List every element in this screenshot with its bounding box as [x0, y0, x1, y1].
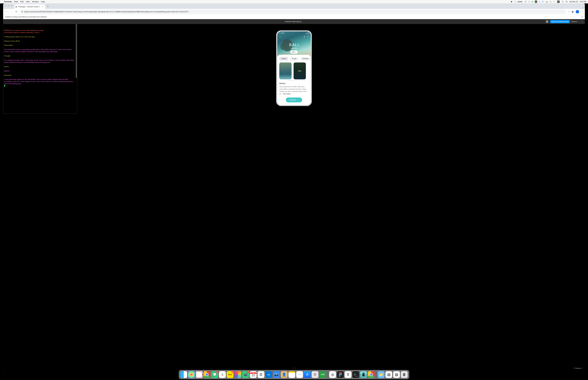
dock-file2-icon[interactable]: ▤: [393, 371, 400, 378]
cards-scrollbar[interactable]: [288, 80, 306, 81]
restart-button[interactable]: ↻ Restart R: [574, 367, 582, 369]
text-input-icon[interactable]: A: [557, 0, 560, 3]
menubar-app-name[interactable]: Terminal: [4, 0, 12, 3]
options-dropdown[interactable]: Options ⌄: [571, 20, 579, 23]
dock-finder-icon[interactable]: [180, 371, 187, 378]
control-center-icon[interactable]: ⚙: [566, 0, 568, 3]
next-screen-button[interactable]: ›: [295, 367, 295, 369]
dock-appstore-icon[interactable]: A: [304, 371, 311, 378]
chrome-profile-icon[interactable]: 👤: [576, 10, 579, 13]
spotlight-icon[interactable]: 🔍: [562, 0, 564, 3]
dock-calendar-icon[interactable]: MAR23: [250, 371, 257, 378]
tab-hotels[interactable]: Hotels: [279, 57, 288, 60]
back-icon[interactable]: ←: [279, 36, 282, 38]
category-tabs: Hotels Foods Activities: [279, 57, 309, 60]
continue-button[interactable]: Continue →: [286, 97, 302, 102]
forward-button[interactable]: →: [10, 10, 13, 14]
dock-photos-icon[interactable]: [234, 371, 241, 378]
continue-label: Continue: [289, 99, 296, 101]
dock-gts-icon[interactable]: GTS: [319, 371, 326, 378]
panel-icon[interactable]: ▣: [571, 10, 574, 13]
hotel-card-1[interactable]: [279, 62, 292, 79]
fullscreen-icon[interactable]: ⛶: [581, 20, 583, 23]
bookmark-star-icon[interactable]: ☆: [568, 10, 569, 13]
menu-shell[interactable]: Shell: [14, 0, 18, 3]
figma-avatar[interactable]: A: [546, 20, 549, 23]
menu-help[interactable]: Help: [41, 0, 45, 3]
black-square-icon[interactable]: ◆: [535, 0, 537, 3]
tab-foods[interactable]: Foods: [290, 57, 299, 60]
dock-file-icon[interactable]: ▤: [385, 371, 392, 378]
restart-icon: ↻: [574, 367, 575, 369]
menubar-time[interactable]: 5:42 PM: [580, 1, 586, 3]
menubar-date[interactable]: Sat Mar 23: [569, 1, 578, 3]
shield-icon[interactable]: ⛨: [542, 0, 544, 3]
record-icon[interactable]: ⏺: [511, 0, 512, 3]
infobar-close-button[interactable]: ×: [582, 16, 583, 18]
heart-icon[interactable]: ♡: [307, 35, 309, 38]
menu-view[interactable]: View: [26, 0, 30, 3]
window-minimize-button[interactable]: [8, 5, 10, 6]
automation-infobar: Chrome is being controlled by automated …: [3, 15, 585, 19]
site-settings-icon[interactable]: ⚙: [21, 11, 23, 13]
cloud-icon[interactable]: ☁: [546, 0, 548, 3]
hotel-card-more[interactable]: 10+: [294, 62, 306, 79]
url-text: figma.com/proto/nhNFQGV8GMenTxMpKd6OdY/A…: [24, 11, 188, 13]
dock-chrome-icon[interactable]: [204, 371, 210, 378]
dock-settings-icon[interactable]: ⚙: [312, 371, 319, 378]
terminal-body[interactable]: ERROR: An exception occurs while labelin…: [3, 22, 77, 113]
new-tab-button[interactable]: +: [46, 4, 50, 8]
window-close-button[interactable]: [5, 5, 7, 6]
login-button[interactable]: Log in or create account: [550, 20, 570, 23]
battery-icon[interactable]: ▭: [550, 0, 551, 3]
bars-icon[interactable]: ⫴: [539, 0, 540, 3]
dock-kakaotalk-icon[interactable]: TALK12: [227, 371, 233, 378]
dock-notes-icon[interactable]: [288, 371, 295, 378]
coffee-icon[interactable]: ☕: [524, 0, 527, 3]
svg-point-8: [339, 375, 340, 377]
wifi-icon[interactable]: ᯤ: [553, 0, 555, 3]
reload-button[interactable]: ⟳: [15, 10, 18, 14]
menu-window[interactable]: Window: [32, 0, 39, 3]
dock-slack-icon[interactable]: [219, 371, 226, 378]
dock-figma-icon[interactable]: [337, 371, 344, 378]
dock-contacts-icon[interactable]: 👤: [281, 371, 287, 378]
tab-close-button[interactable]: ×: [42, 6, 43, 8]
svg-rect-2: [223, 374, 224, 375]
dock-freeform-icon[interactable]: 〰: [296, 371, 303, 378]
dock-karabiner-icon[interactable]: ◎: [329, 371, 336, 378]
dock-emulator-icon[interactable]: 📱: [360, 371, 367, 378]
details-text: Surrounded by rice fields, Villa Kayu La…: [279, 85, 309, 95]
chrome-menu-icon[interactable]: ⋮: [581, 10, 583, 13]
dock-vscode-icon[interactable]: ∞: [265, 371, 272, 378]
window-zoom-button[interactable]: [11, 5, 13, 6]
share-icon[interactable]: ⇪: [303, 35, 305, 38]
svg-point-5: [340, 372, 342, 374]
dock-safari-icon[interactable]: [196, 371, 203, 378]
menu-edit[interactable]: Edit: [20, 0, 23, 3]
prev-screen-button[interactable]: ‹: [293, 367, 293, 369]
back-button[interactable]: ←: [5, 10, 8, 14]
terminal-scrollbar[interactable]: [76, 22, 77, 78]
dock-reminders-icon[interactable]: ☰: [258, 371, 265, 378]
zoom-status[interactable]: zoom: [517, 1, 522, 3]
dock-messages-icon[interactable]: 💬2: [211, 371, 218, 378]
dock-zoom-icon[interactable]: 📷: [273, 371, 280, 378]
dock-chrome2-icon[interactable]: [368, 371, 375, 378]
browser-tab[interactable]: ▶ Prototype - Android Travel A… ×: [14, 4, 45, 9]
tab-activities[interactable]: Activities: [300, 57, 311, 60]
column-icon[interactable]: ⌗: [514, 0, 515, 3]
read-more-link[interactable]: Read More: [283, 93, 291, 95]
red-dot-icon[interactable]: ●: [529, 0, 530, 3]
dock-launchpad-icon[interactable]: [188, 371, 195, 378]
status-time: •12:00: [279, 32, 284, 34]
dock-trash-icon[interactable]: 🗑: [401, 371, 408, 378]
dock-facetime-icon[interactable]: 📹2: [242, 371, 249, 378]
android-icon[interactable]: ▮: [532, 0, 533, 3]
tab-overflow-button[interactable]: ⌄: [581, 5, 584, 9]
dock-terminal-icon[interactable]: >_: [352, 371, 359, 378]
messages-badge: 2: [216, 371, 219, 373]
address-bar[interactable]: ⚙ figma.com/proto/nhNFQGV8GMenTxMpKd6OdY…: [19, 10, 566, 14]
dock-typora-icon[interactable]: T: [345, 371, 351, 378]
dock-downloads-icon[interactable]: 📁: [378, 371, 384, 378]
